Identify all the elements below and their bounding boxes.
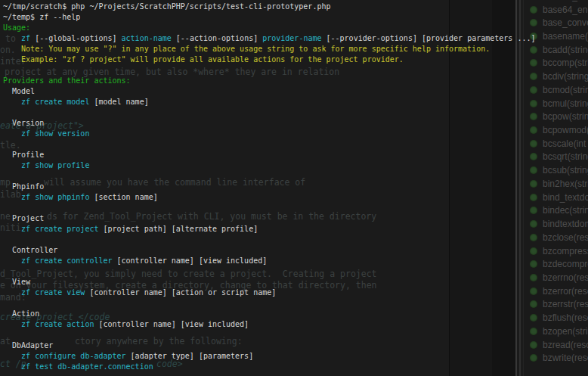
terminal-line: ~/tmp/scratch$ php ~/Projects/ScratchPHP…: [3, 2, 588, 12]
terminal-line: zf create project [project path] [altern…: [3, 224, 588, 235]
terminal-line: zf create model [model name]: [3, 97, 588, 107]
terminal-line: Version: [3, 118, 588, 129]
terminal-line: Profile: [3, 150, 588, 160]
desktop-screen: toon.interproject at any given time, but…: [0, 0, 588, 376]
terminal-line: View: [3, 277, 588, 287]
terminal-output: ~/tmp/scratch$ php ~/Projects/ScratchPHP…: [3, 2, 588, 372]
terminal-line: zf configure db-adapter [adapter type] […: [3, 351, 588, 362]
terminal-line: Usage:: [3, 23, 588, 33]
terminal-line: zf show profile: [3, 160, 588, 171]
terminal-line: zf show phpinfo [section name]: [3, 192, 588, 203]
terminal-line: DbAdapter: [3, 340, 588, 351]
terminal-line: Phpinfo: [3, 182, 588, 192]
terminal-line: Model: [3, 86, 588, 97]
terminal-line: [3, 235, 588, 245]
terminal-line: [3, 266, 588, 277]
terminal-line: Action: [3, 309, 588, 319]
terminal-line: [3, 298, 588, 309]
terminal-line: Controller: [3, 245, 588, 256]
terminal-line: zf show version: [3, 129, 588, 139]
terminal-line: zf [--global-options] action-name [--act…: [3, 33, 588, 44]
terminal-line: ~/temp$ zf --help: [3, 12, 588, 23]
terminal-line: [3, 330, 588, 340]
terminal-line: [3, 171, 588, 182]
terminal-line: zf test db-adapter.connection: [3, 362, 588, 372]
terminal-line: Project: [3, 213, 588, 224]
terminal-line: [3, 139, 588, 150]
terminal-line: [3, 65, 588, 76]
terminal-line: zf create controller [controller name] […: [3, 256, 588, 266]
terminal-line: [3, 203, 588, 213]
terminal-line: zf create view [controller name] [action…: [3, 287, 588, 298]
terminal-line: Example: "zf ? project" will provide all…: [3, 54, 588, 65]
terminal-line: zf create action [controller name] [view…: [3, 319, 588, 330]
terminal-line: Note: You may use "?" in any place of th…: [3, 44, 588, 54]
terminal-line: Providers and their actions:: [3, 76, 588, 86]
terminal-line: [3, 107, 588, 118]
